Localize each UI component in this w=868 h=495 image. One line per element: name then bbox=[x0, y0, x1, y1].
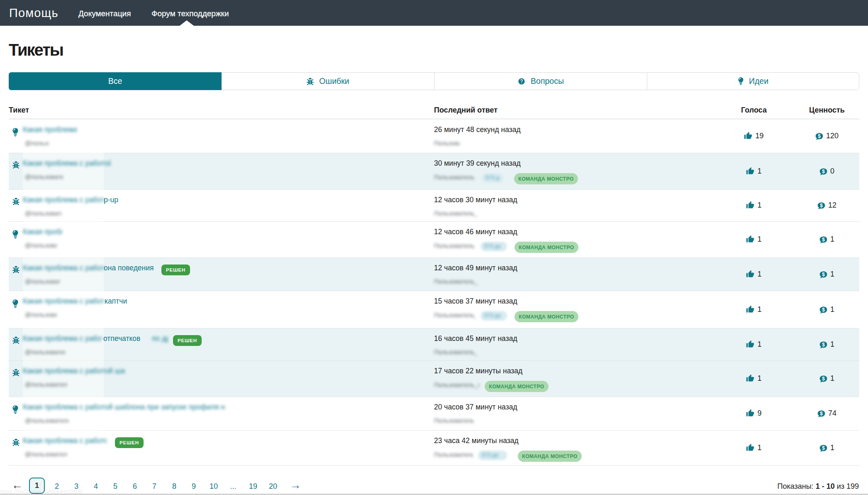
svg-text:$: $ bbox=[822, 342, 825, 348]
svg-text:$: $ bbox=[820, 203, 823, 208]
svg-text:$: $ bbox=[822, 169, 825, 174]
svg-text:$: $ bbox=[822, 272, 825, 277]
svg-text:$: $ bbox=[822, 376, 825, 382]
svg-text:$: $ bbox=[822, 445, 825, 451]
svg-text:$: $ bbox=[818, 133, 821, 139]
svg-text:$: $ bbox=[822, 237, 825, 243]
svg-text:$: $ bbox=[822, 307, 825, 313]
svg-text:$: $ bbox=[820, 411, 823, 417]
